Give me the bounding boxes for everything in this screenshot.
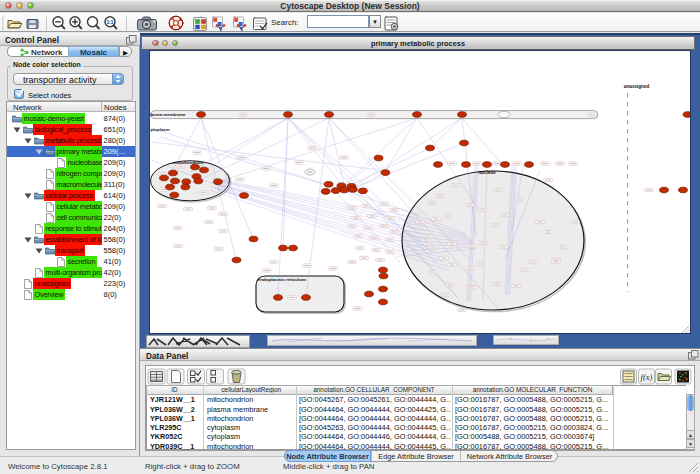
svg-text:plasma membrane: plasma membrane <box>150 112 186 117</box>
svg-text:unassigned: unassigned <box>624 84 650 89</box>
svg-text:nucleus: nucleus <box>478 170 496 175</box>
svg-text:endoplasmic reticulum: endoplasmic reticulum <box>258 277 306 282</box>
svg-text:1:1: 1:1 <box>107 20 114 25</box>
svg-text:f(x): f(x) <box>641 372 653 382</box>
svg-text:cytoplasm: cytoplasm <box>150 127 170 132</box>
